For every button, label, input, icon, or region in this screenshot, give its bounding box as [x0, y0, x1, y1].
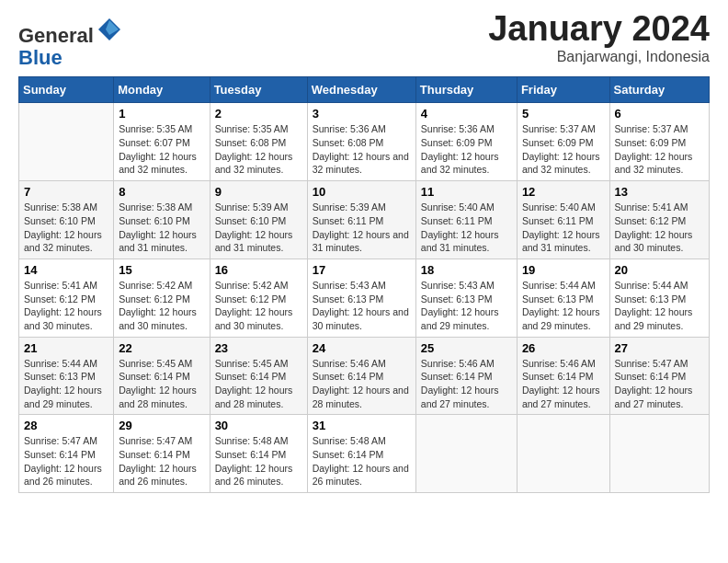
day-cell: 18Sunrise: 5:43 AMSunset: 6:13 PMDayligh…: [415, 259, 517, 337]
day-number: 23: [215, 341, 302, 355]
day-cell: 11Sunrise: 5:40 AMSunset: 6:11 PMDayligh…: [415, 181, 517, 259]
day-info: Sunrise: 5:42 AMSunset: 6:12 PMDaylight:…: [215, 279, 302, 333]
header-day-sunday: Sunday: [19, 77, 114, 103]
day-info: Sunrise: 5:45 AMSunset: 6:14 PMDaylight:…: [215, 357, 302, 411]
day-number: 3: [313, 107, 411, 121]
header-day-thursday: Thursday: [415, 77, 517, 103]
day-info: Sunrise: 5:43 AMSunset: 6:13 PMDaylight:…: [313, 279, 411, 333]
day-cell: 3Sunrise: 5:36 AMSunset: 6:08 PMDaylight…: [307, 103, 415, 181]
day-cell: [609, 415, 709, 493]
day-number: 4: [421, 107, 512, 121]
day-info: Sunrise: 5:35 AMSunset: 6:08 PMDaylight:…: [215, 122, 302, 177]
day-cell: 13Sunrise: 5:41 AMSunset: 6:12 PMDayligh…: [609, 181, 709, 259]
header-day-friday: Friday: [517, 77, 609, 103]
day-cell: 28Sunrise: 5:47 AMSunset: 6:14 PMDayligh…: [19, 415, 114, 493]
day-number: 17: [313, 263, 411, 277]
day-number: 7: [24, 185, 108, 199]
day-number: 24: [313, 341, 411, 355]
day-info: Sunrise: 5:40 AMSunset: 6:11 PMDaylight:…: [522, 201, 605, 255]
day-info: Sunrise: 5:45 AMSunset: 6:14 PMDaylight:…: [119, 357, 204, 411]
day-cell: 1Sunrise: 5:35 AMSunset: 6:07 PMDaylight…: [114, 103, 210, 181]
day-cell: [517, 415, 609, 493]
month-title: January 2024: [488, 9, 710, 49]
day-info: Sunrise: 5:38 AMSunset: 6:10 PMDaylight:…: [119, 201, 204, 255]
day-cell: 10Sunrise: 5:39 AMSunset: 6:11 PMDayligh…: [307, 181, 415, 259]
day-number: 28: [24, 419, 108, 432]
day-cell: 17Sunrise: 5:43 AMSunset: 6:13 PMDayligh…: [307, 259, 415, 337]
day-number: 15: [119, 263, 204, 277]
day-cell: 5Sunrise: 5:37 AMSunset: 6:09 PMDaylight…: [517, 103, 609, 181]
day-info: Sunrise: 5:41 AMSunset: 6:12 PMDaylight:…: [24, 279, 108, 333]
day-cell: 31Sunrise: 5:48 AMSunset: 6:14 PMDayligh…: [307, 415, 415, 493]
day-info: Sunrise: 5:47 AMSunset: 6:14 PMDaylight:…: [24, 434, 108, 488]
day-info: Sunrise: 5:43 AMSunset: 6:13 PMDaylight:…: [421, 279, 512, 333]
week-row-3: 14Sunrise: 5:41 AMSunset: 6:12 PMDayligh…: [19, 259, 710, 337]
day-number: 1: [119, 107, 204, 121]
day-number: 14: [24, 263, 108, 277]
day-number: 8: [119, 185, 204, 199]
day-cell: 7Sunrise: 5:38 AMSunset: 6:10 PMDaylight…: [19, 181, 114, 259]
day-cell: 20Sunrise: 5:44 AMSunset: 6:13 PMDayligh…: [609, 259, 709, 337]
day-info: Sunrise: 5:37 AMSunset: 6:09 PMDaylight:…: [522, 122, 605, 177]
day-cell: 19Sunrise: 5:44 AMSunset: 6:13 PMDayligh…: [517, 259, 609, 337]
day-info: Sunrise: 5:36 AMSunset: 6:08 PMDaylight:…: [313, 122, 411, 177]
day-info: Sunrise: 5:44 AMSunset: 6:13 PMDaylight:…: [24, 357, 108, 411]
day-cell: 27Sunrise: 5:47 AMSunset: 6:14 PMDayligh…: [609, 337, 709, 415]
day-info: Sunrise: 5:38 AMSunset: 6:10 PMDaylight:…: [24, 201, 108, 255]
day-number: 13: [615, 185, 704, 199]
title-block: January 2024 Banjarwangi, Indonesia: [488, 9, 710, 65]
day-info: Sunrise: 5:46 AMSunset: 6:14 PMDaylight:…: [313, 357, 411, 411]
day-number: 25: [421, 341, 512, 355]
day-cell: [19, 103, 114, 181]
day-info: Sunrise: 5:39 AMSunset: 6:10 PMDaylight:…: [215, 201, 302, 255]
day-cell: 21Sunrise: 5:44 AMSunset: 6:13 PMDayligh…: [19, 337, 114, 415]
day-info: Sunrise: 5:42 AMSunset: 6:12 PMDaylight:…: [119, 279, 204, 333]
day-number: 21: [24, 341, 108, 355]
logo-general-text: General: [18, 24, 94, 47]
header-day-monday: Monday: [114, 77, 210, 103]
day-cell: [415, 415, 517, 493]
week-row-5: 28Sunrise: 5:47 AMSunset: 6:14 PMDayligh…: [19, 415, 710, 493]
day-cell: 15Sunrise: 5:42 AMSunset: 6:12 PMDayligh…: [114, 259, 210, 337]
day-cell: 6Sunrise: 5:37 AMSunset: 6:09 PMDaylight…: [609, 103, 709, 181]
logo-icon: [97, 17, 122, 42]
day-info: Sunrise: 5:46 AMSunset: 6:14 PMDaylight:…: [421, 357, 512, 411]
day-number: 6: [615, 107, 704, 121]
location-title: Banjarwangi, Indonesia: [488, 49, 710, 65]
day-cell: 25Sunrise: 5:46 AMSunset: 6:14 PMDayligh…: [415, 337, 517, 415]
day-cell: 24Sunrise: 5:46 AMSunset: 6:14 PMDayligh…: [307, 337, 415, 415]
header-row: SundayMondayTuesdayWednesdayThursdayFrid…: [19, 77, 710, 103]
day-cell: 9Sunrise: 5:39 AMSunset: 6:10 PMDaylight…: [210, 181, 307, 259]
day-info: Sunrise: 5:36 AMSunset: 6:09 PMDaylight:…: [421, 122, 512, 177]
day-info: Sunrise: 5:41 AMSunset: 6:12 PMDaylight:…: [615, 201, 704, 255]
day-cell: 22Sunrise: 5:45 AMSunset: 6:14 PMDayligh…: [114, 337, 210, 415]
day-info: Sunrise: 5:48 AMSunset: 6:14 PMDaylight:…: [313, 434, 411, 488]
day-info: Sunrise: 5:47 AMSunset: 6:14 PMDaylight:…: [615, 357, 704, 411]
header-day-saturday: Saturday: [609, 77, 709, 103]
day-cell: 29Sunrise: 5:47 AMSunset: 6:14 PMDayligh…: [114, 415, 210, 493]
day-info: Sunrise: 5:39 AMSunset: 6:11 PMDaylight:…: [313, 201, 411, 255]
day-cell: 8Sunrise: 5:38 AMSunset: 6:10 PMDaylight…: [114, 181, 210, 259]
day-number: 22: [119, 341, 204, 355]
day-number: 31: [313, 419, 411, 432]
day-cell: 2Sunrise: 5:35 AMSunset: 6:08 PMDaylight…: [210, 103, 307, 181]
day-info: Sunrise: 5:46 AMSunset: 6:14 PMDaylight:…: [522, 357, 605, 411]
day-number: 20: [615, 263, 704, 277]
day-number: 9: [215, 185, 302, 199]
day-info: Sunrise: 5:48 AMSunset: 6:14 PMDaylight:…: [215, 434, 302, 488]
day-info: Sunrise: 5:47 AMSunset: 6:14 PMDaylight:…: [119, 434, 204, 488]
week-row-2: 7Sunrise: 5:38 AMSunset: 6:10 PMDaylight…: [19, 181, 710, 259]
day-number: 5: [522, 107, 605, 121]
day-cell: 23Sunrise: 5:45 AMSunset: 6:14 PMDayligh…: [210, 337, 307, 415]
day-info: Sunrise: 5:44 AMSunset: 6:13 PMDaylight:…: [615, 279, 704, 333]
day-cell: 14Sunrise: 5:41 AMSunset: 6:12 PMDayligh…: [19, 259, 114, 337]
calendar-table: SundayMondayTuesdayWednesdayThursdayFrid…: [18, 76, 710, 493]
page-header: General Blue January 2024 Banjarwangi, I…: [18, 9, 710, 69]
header-day-tuesday: Tuesday: [210, 77, 307, 103]
day-info: Sunrise: 5:35 AMSunset: 6:07 PMDaylight:…: [119, 122, 204, 177]
day-number: 30: [215, 419, 302, 432]
day-cell: 4Sunrise: 5:36 AMSunset: 6:09 PMDaylight…: [415, 103, 517, 181]
logo: General Blue: [18, 17, 122, 69]
day-number: 11: [421, 185, 512, 199]
day-number: 19: [522, 263, 605, 277]
